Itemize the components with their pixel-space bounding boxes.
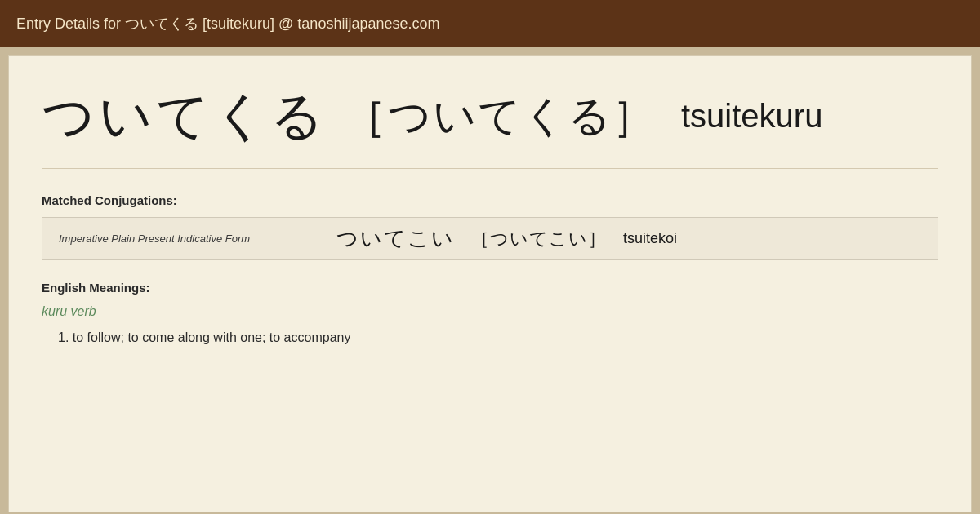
conjugations-section: Matched Conjugations: Imperative Plain P… (42, 193, 938, 260)
conjugation-reading: ［ついてこい］ (471, 227, 607, 251)
meaning-item-1: 1. to follow; to come along with one; to… (42, 327, 938, 348)
english-meanings-label: English Meanings: (42, 281, 938, 295)
title-text: Entry Details for ついてくる [tsuitekuru] @ t… (16, 14, 439, 33)
word-reading: ［ついてくる］ (344, 88, 657, 145)
word-romaji: tsuitekuru (681, 98, 822, 135)
main-content: ついてくる ［ついてくる］ tsuitekuru Matched Conjuga… (8, 55, 972, 512)
word-header: ついてくる ［ついてくる］ tsuitekuru (42, 81, 938, 169)
conjugation-row: Imperative Plain Present Indicative Form… (42, 217, 938, 260)
verb-type: kuru verb (42, 304, 938, 319)
title-bar: Entry Details for ついてくる [tsuitekuru] @ t… (0, 0, 980, 47)
conjugation-romaji: tsuitekoi (623, 230, 677, 247)
matched-conjugations-label: Matched Conjugations: (42, 193, 938, 207)
conjugation-form-label: Imperative Plain Present Indicative Form (59, 233, 320, 245)
word-japanese: ついてくる (42, 81, 327, 152)
conjugation-japanese: ついてこい (336, 224, 455, 253)
meanings-section: English Meanings: kuru verb 1. to follow… (42, 281, 938, 348)
